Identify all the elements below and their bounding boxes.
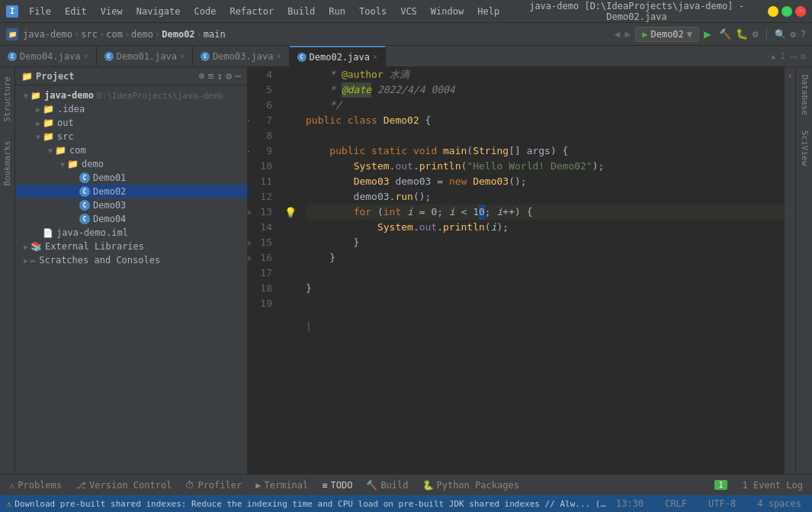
breadcrumb-method[interactable]: main (204, 29, 226, 40)
minimize-button[interactable]: − (768, 6, 778, 17)
scrollbar-track[interactable] (791, 67, 795, 474)
gutter-16 (284, 250, 300, 266)
close-button[interactable]: × (795, 6, 806, 17)
more-run-button[interactable]: ⚙ (753, 28, 759, 40)
sidebar-collapse-button[interactable]: ≡ (208, 70, 214, 82)
editor-content[interactable]: 4 5 6 7 ▶ 8 9 (248, 67, 795, 474)
tree-item-demo03[interactable]: ▶ C Demo03 (15, 198, 247, 212)
maximize-button[interactable]: □ (782, 6, 792, 17)
tab-close-demo01[interactable]: × (180, 52, 185, 60)
tip-bulb-icon[interactable]: 💡 (284, 207, 297, 218)
tree-extlib-label: External Libraries (45, 241, 144, 252)
menu-file[interactable]: File (23, 5, 57, 18)
database-tab[interactable]: Database (796, 67, 812, 123)
profiler-button[interactable]: ⏱ Profiler (179, 478, 248, 492)
status-right-info: 13:30 CRLF UTF-8 4 spaces (611, 497, 806, 510)
run-config-selector[interactable]: ▶ Demo02 ▼ (635, 27, 699, 42)
code-editor[interactable]: * @author 水滴 * @date 2022/4/4 0004 */ pu… (300, 67, 785, 474)
menu-refactor[interactable]: Refactor (223, 5, 280, 18)
help-button[interactable]: ? (801, 29, 806, 40)
run-button[interactable]: ▶ (704, 27, 711, 41)
app-icon: I (6, 5, 18, 18)
todo-button[interactable]: ≡ TODO (316, 478, 358, 492)
indent-info[interactable]: 4 spaces (753, 497, 806, 510)
sidebar-more-button[interactable]: ⋯ (235, 70, 241, 82)
demo01-java-icon: C (79, 172, 90, 183)
tree-item-root[interactable]: ▼ 📁 java-demo D:\IdeaProjects\java-demo (15, 89, 247, 102)
debug-button[interactable]: 🐛 (736, 28, 748, 40)
breadcrumb-src[interactable]: src (81, 29, 98, 40)
tree-item-scratches[interactable]: ▶ ✏ Scratches and Consoles (15, 253, 247, 267)
tab-demo02[interactable]: C Demo02.java × (290, 46, 387, 66)
line-19: 19 (248, 296, 278, 311)
sidebar-header: 📁 Project ⊕ ≡ ↕ ⚙ ⋯ (15, 67, 247, 85)
com-folder-icon: 📁 (55, 145, 66, 156)
line-10: 10 (248, 159, 278, 174)
menu-tools[interactable]: Tools (353, 5, 393, 18)
tab-close-demo02[interactable]: × (373, 53, 377, 61)
breadcrumb-com[interactable]: com (106, 29, 123, 40)
tree-item-iml[interactable]: ▶ 📄 java-demo.iml (15, 226, 247, 240)
sciview-tab[interactable]: SciView (796, 123, 812, 173)
breadcrumb-demo[interactable]: demo (131, 29, 153, 40)
search-everywhere-button[interactable]: 🔍 (775, 29, 786, 40)
menu-code[interactable]: Code (188, 5, 223, 18)
breadcrumb-class[interactable]: Demo02 (162, 29, 194, 40)
menu-help[interactable]: Help (471, 5, 505, 18)
tree-item-demo01[interactable]: ▶ C Demo01 (15, 171, 247, 185)
tabs-settings-button[interactable]: ⚙ (801, 51, 806, 62)
tree-item-out[interactable]: ▶ 📁 out (15, 116, 247, 130)
bookmarks-tab[interactable]: Bookmarks (0, 131, 14, 195)
menu-edit[interactable]: Edit (59, 5, 93, 18)
version-control-button[interactable]: ⎇ Version Control (69, 478, 178, 492)
event-log-button[interactable]: 1 Event Log (737, 478, 809, 492)
tree-item-demo04[interactable]: ▶ C Demo04 (15, 212, 247, 226)
problems-button[interactable]: ⚠ Problems (3, 478, 68, 492)
sidebar-gear-button[interactable]: ⚙ (226, 70, 232, 82)
tree-item-com[interactable]: ▼ 📁 com (15, 143, 247, 157)
breadcrumb-project[interactable]: java-demo (23, 29, 72, 40)
menu-build[interactable]: Build (281, 5, 321, 18)
build-button[interactable]: 🔨 Build (360, 478, 414, 492)
window-title: java-demo [D:\IdeaProjects\java-demo] - … (505, 1, 768, 22)
terminal-button[interactable]: ▶ Terminal (249, 478, 314, 492)
python-packages-button[interactable]: 🐍 Python Packages (416, 478, 525, 492)
title-bar: I File Edit View Navigate Code Refactor … (0, 0, 812, 23)
menu-view[interactable]: View (95, 5, 129, 18)
structure-tab[interactable]: Structure (0, 67, 14, 131)
menu-vcs[interactable]: VCS (394, 5, 423, 18)
encoding[interactable]: UTF-8 (704, 497, 740, 510)
tree-com-label: com (69, 145, 86, 156)
menu-navigate[interactable]: Navigate (130, 5, 187, 18)
tree-item-src[interactable]: ▼ 📁 src (15, 130, 247, 143)
nav-forward-button[interactable]: ▶ (624, 28, 631, 40)
tab-close-demo04[interactable]: × (83, 52, 88, 60)
tab-demo01[interactable]: C Demo01.java × (97, 46, 194, 66)
line-4: 4 (248, 67, 278, 82)
tree-item-extlib[interactable]: ▶ 📚 External Libraries (15, 240, 247, 253)
cursor-position[interactable]: 13:30 (611, 497, 648, 510)
tab-close-demo03[interactable]: × (277, 52, 281, 60)
code-line-8 (306, 128, 785, 143)
nav-back-button[interactable]: ◀ (615, 28, 621, 40)
tree-item-idea[interactable]: ▶ 📁 .idea (15, 102, 247, 116)
code-line-14: System.out.println(i); (306, 220, 785, 235)
build-button[interactable]: 🔨 (719, 28, 731, 40)
demo02-java-icon: C (79, 186, 90, 197)
tab-extras: ▲ 1 ⋯ ⚙ (765, 46, 812, 66)
settings-button[interactable]: ⚙ (791, 29, 796, 40)
gutter-12 (284, 189, 300, 204)
menu-window[interactable]: Window (425, 5, 470, 18)
sidebar-title: Project (36, 71, 75, 82)
tree-demo04-label: Demo04 (93, 214, 126, 224)
tab-demo04[interactable]: C Demo04.java × (0, 46, 97, 66)
line-ending[interactable]: CRLF (660, 497, 692, 510)
menu-run[interactable]: Run (323, 5, 351, 18)
sidebar-sort-button[interactable]: ↕ (217, 70, 223, 82)
tabs-more-button[interactable]: ⋯ (791, 50, 797, 63)
sidebar-locate-button[interactable]: ⊕ (199, 70, 205, 82)
line-numbers: 4 5 6 7 ▶ 8 9 (248, 67, 284, 474)
tree-item-demo02[interactable]: ▶ C Demo02 (15, 185, 247, 198)
tab-demo03[interactable]: C Demo03.java × (193, 46, 290, 66)
tree-item-demo[interactable]: ▼ 📁 demo (15, 157, 247, 171)
